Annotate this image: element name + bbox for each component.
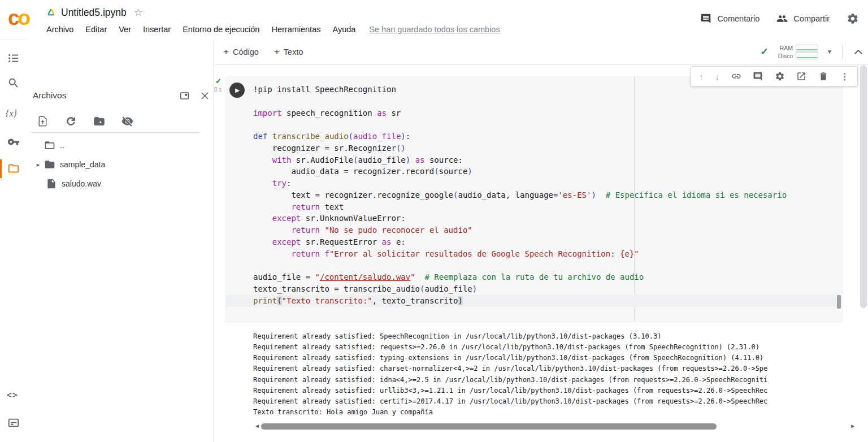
code-line: except sr.UnknownValueError: (253, 213, 787, 224)
horizontal-scrollbar-thumb[interactable] (261, 423, 717, 430)
upload-file-icon[interactable] (37, 115, 49, 127)
menu-bar: ArchivoEditarVerInsertarEntorno de ejecu… (46, 25, 500, 34)
comment-icon (700, 13, 711, 24)
terminal-icon[interactable] (7, 417, 20, 429)
menu-herramientas[interactable]: Herramientas (271, 25, 320, 34)
mount-drive-icon[interactable] (93, 115, 105, 127)
menu-entorno-de-ejecuci-n[interactable]: Entorno de ejecución (183, 25, 259, 34)
code-line: text = recognizer.recognize_google(audio… (253, 189, 787, 201)
expand-arrow-icon[interactable]: ▸ (32, 161, 44, 168)
files-divider (31, 132, 200, 133)
tree-item-saludo-wav[interactable]: saludo.wav (27, 174, 214, 193)
menu-editar[interactable]: Editar (85, 25, 107, 34)
collapse-header-icon[interactable] (852, 46, 865, 58)
close-panel-icon[interactable] (199, 90, 210, 101)
resource-meter[interactable]: RAM Disco (778, 45, 818, 59)
code-line (253, 119, 787, 131)
code-line (253, 96, 787, 107)
files-toolbar (37, 115, 133, 127)
tree-item-label: .. (60, 141, 64, 150)
code-line: print("Texto transcrito:", texto_transcr… (253, 295, 787, 307)
comment-label: Comentario (717, 14, 760, 23)
more-cell-actions-icon[interactable]: ⋮ (840, 71, 849, 82)
plus-icon: + (274, 46, 280, 58)
page-scrollbar-thumb[interactable] (860, 65, 867, 308)
app-header: co Untitled5.ipynb ☆ ArchivoEditarVerIns… (0, 0, 868, 40)
code-line (253, 259, 787, 271)
code-line: import speech_recognition as sr (253, 107, 787, 119)
tree-item-parent-dir[interactable]: .. (27, 136, 214, 155)
tree-item-sample-data[interactable]: ▸ sample_data (27, 155, 214, 174)
code-line: with sr.AudioFile(audio_file) as source: (253, 154, 787, 166)
files-panel-actions (179, 90, 210, 101)
cell-toolbar: ↑ ↓ ⋮ (691, 66, 858, 86)
panel-divider (214, 40, 214, 442)
add-text-button[interactable]: + Texto (274, 46, 303, 58)
open-in-window-icon[interactable] (179, 90, 190, 101)
run-cell-button[interactable]: ▶ (229, 83, 245, 98)
menu-ayuda[interactable]: Ayuda (332, 25, 355, 34)
output-line: Requirement already satisfied: idna<4,>=… (253, 375, 868, 385)
share-people-icon (776, 13, 788, 24)
menu-insertar[interactable]: Insertar (143, 25, 171, 34)
delete-cell-icon[interactable] (818, 71, 828, 81)
drive-icon (46, 8, 56, 18)
code-content[interactable]: !pip install SpeechRecognition import sp… (253, 84, 787, 307)
output-line: Requirement already satisfied: typing-ex… (253, 353, 868, 363)
table-of-contents-icon[interactable] (7, 52, 20, 64)
settings-gear-icon[interactable] (847, 12, 859, 25)
code-snippets-icon[interactable]: <> (7, 390, 18, 400)
menu-archivo[interactable]: Archivo (46, 25, 73, 34)
star-icon[interactable]: ☆ (134, 6, 143, 19)
open-in-new-icon[interactable] (796, 71, 806, 81)
ram-usage-bar (796, 45, 818, 51)
document-title[interactable]: Untitled5.ipynb (61, 7, 127, 19)
code-line: def transcribe_audio(audio_file): (253, 131, 787, 142)
scroll-right-icon[interactable]: ► (850, 423, 856, 429)
output-line: Requirement already satisfied: requests>… (253, 342, 868, 353)
title-row: Untitled5.ipynb ☆ (46, 6, 143, 19)
code-line: return "No se pudo reconocer el audio" (253, 224, 787, 236)
refresh-icon[interactable] (65, 115, 77, 127)
scroll-left-icon[interactable]: ◄ (254, 423, 260, 429)
files-folder-icon[interactable] (7, 162, 20, 175)
secrets-key-icon[interactable] (7, 136, 20, 148)
save-status-link[interactable]: Se han guardado todos los cambios (369, 25, 500, 34)
cell-settings-gear-icon[interactable] (775, 71, 785, 81)
move-cell-up-icon[interactable]: ↑ (699, 72, 704, 81)
link-cell-icon[interactable] (731, 71, 741, 81)
output-line: Requirement already satisfied: charset-n… (253, 363, 868, 374)
code-line: except sr.RequestError as e: (253, 236, 787, 248)
search-icon[interactable] (7, 77, 20, 89)
code-line: texto_transcrito = transcribe_audio(audi… (253, 283, 787, 295)
tree-item-label: sample_data (60, 160, 105, 169)
move-cell-down-icon[interactable]: ↓ (715, 72, 719, 81)
code-line: audio_data = recognizer.record(source) (253, 166, 787, 177)
notebook-toolbar: + Código + Texto ✓ RAM Disco ▼ (214, 40, 868, 64)
output-line: Requirement already satisfied: SpeechRec… (253, 331, 868, 342)
share-button[interactable]: Compartir (776, 13, 830, 24)
file-tree: .. ▸ sample_data saludo.wav (27, 136, 214, 193)
connected-check-icon: ✓ (761, 46, 769, 58)
folder-open-icon (44, 140, 55, 151)
code-line: try: (253, 177, 787, 189)
hide-hidden-files-icon[interactable] (121, 115, 133, 127)
output-line: Texto transcrito: Hola amigo Juan y comp… (253, 407, 868, 418)
code-line: return f"Error al solicitar resultados d… (253, 248, 787, 260)
folder-icon (44, 159, 55, 170)
toolbar-divider (842, 45, 843, 59)
active-rail-indicator (0, 159, 2, 178)
add-text-label: Texto (284, 47, 303, 57)
header-actions: Comentario Compartir (700, 12, 859, 25)
file-icon (46, 178, 57, 189)
colab-logo-icon[interactable]: co (8, 5, 29, 32)
resources-dropdown-icon[interactable]: ▼ (827, 49, 832, 55)
add-code-button[interactable]: + Código (223, 46, 259, 58)
cell-exec-time: 8 s (214, 86, 222, 93)
variables-icon[interactable]: {x} (6, 109, 17, 119)
comment-button[interactable]: Comentario (700, 13, 760, 24)
menu-ver[interactable]: Ver (119, 25, 131, 34)
editor-scrollbar-thumb[interactable] (837, 295, 841, 309)
comment-cell-icon[interactable] (753, 71, 763, 81)
disk-usage-bar (796, 53, 818, 59)
